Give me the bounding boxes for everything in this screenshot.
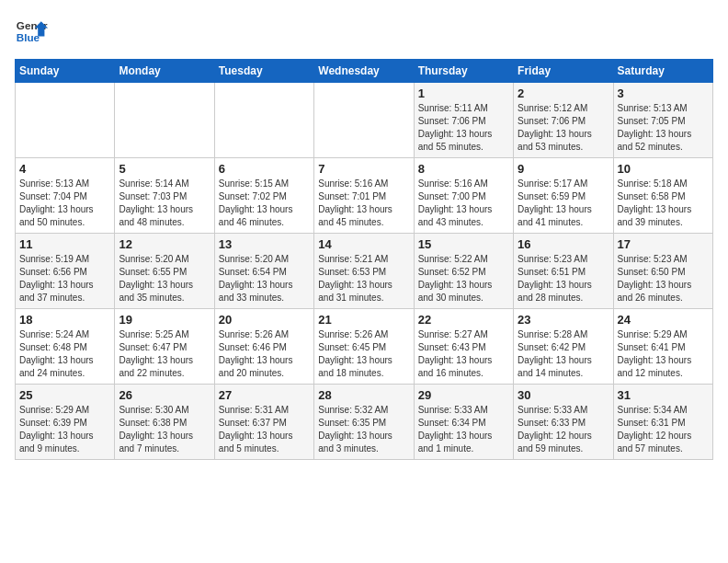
- day-info: Sunrise: 5:19 AM Sunset: 6:56 PM Dayligh…: [19, 253, 110, 304]
- day-info: Sunrise: 5:33 AM Sunset: 6:34 PM Dayligh…: [418, 404, 509, 455]
- calendar-cell: 24Sunrise: 5:29 AM Sunset: 6:41 PM Dayli…: [613, 309, 712, 385]
- page-header: General Blue: [15, 15, 713, 48]
- day-info: Sunrise: 5:17 AM Sunset: 6:59 PM Dayligh…: [518, 178, 609, 229]
- day-info: Sunrise: 5:13 AM Sunset: 7:05 PM Dayligh…: [618, 102, 709, 154]
- day-number: 27: [219, 388, 310, 402]
- calendar-cell: 22Sunrise: 5:27 AM Sunset: 6:43 PM Dayli…: [414, 309, 513, 385]
- day-number: 1: [418, 86, 509, 100]
- day-number: 30: [518, 388, 609, 402]
- calendar-cell: 28Sunrise: 5:32 AM Sunset: 6:35 PM Dayli…: [314, 385, 414, 460]
- calendar-cell: 13Sunrise: 5:20 AM Sunset: 6:54 PM Dayli…: [214, 234, 313, 309]
- day-number: 4: [19, 162, 110, 176]
- day-info: Sunrise: 5:25 AM Sunset: 6:47 PM Dayligh…: [119, 328, 210, 380]
- week-row-5: 25Sunrise: 5:29 AM Sunset: 6:39 PM Dayli…: [16, 385, 713, 460]
- day-info: Sunrise: 5:11 AM Sunset: 7:06 PM Dayligh…: [418, 102, 509, 154]
- calendar-cell: 23Sunrise: 5:28 AM Sunset: 6:42 PM Dayli…: [514, 309, 613, 385]
- calendar-cell: 19Sunrise: 5:25 AM Sunset: 6:47 PM Dayli…: [115, 309, 214, 385]
- weekday-header-tuesday: Tuesday: [214, 60, 313, 83]
- day-info: Sunrise: 5:14 AM Sunset: 7:03 PM Dayligh…: [119, 178, 210, 229]
- day-number: 3: [618, 86, 709, 100]
- calendar-cell: 31Sunrise: 5:34 AM Sunset: 6:31 PM Dayli…: [613, 385, 712, 460]
- day-info: Sunrise: 5:16 AM Sunset: 7:00 PM Dayligh…: [418, 178, 509, 229]
- weekday-header-thursday: Thursday: [414, 60, 513, 83]
- day-number: 6: [219, 162, 310, 176]
- logo-icon: General Blue: [15, 15, 48, 48]
- calendar-cell: 21Sunrise: 5:26 AM Sunset: 6:45 PM Dayli…: [314, 309, 414, 385]
- week-row-4: 18Sunrise: 5:24 AM Sunset: 6:48 PM Dayli…: [16, 309, 713, 385]
- calendar-cell: 9Sunrise: 5:17 AM Sunset: 6:59 PM Daylig…: [514, 158, 613, 234]
- day-number: 12: [119, 237, 210, 251]
- day-info: Sunrise: 5:22 AM Sunset: 6:52 PM Dayligh…: [418, 253, 509, 304]
- calendar-cell: [214, 83, 313, 158]
- logo: General Blue: [15, 15, 48, 48]
- day-number: 22: [418, 313, 509, 327]
- day-number: 19: [119, 313, 210, 327]
- weekday-header-monday: Monday: [115, 60, 214, 83]
- calendar-cell: 25Sunrise: 5:29 AM Sunset: 6:39 PM Dayli…: [16, 385, 115, 460]
- day-info: Sunrise: 5:15 AM Sunset: 7:02 PM Dayligh…: [219, 178, 310, 229]
- calendar-cell: 2Sunrise: 5:12 AM Sunset: 7:06 PM Daylig…: [514, 83, 613, 158]
- calendar-cell: 20Sunrise: 5:26 AM Sunset: 6:46 PM Dayli…: [214, 309, 313, 385]
- day-number: 25: [19, 388, 110, 402]
- calendar-cell: 11Sunrise: 5:19 AM Sunset: 6:56 PM Dayli…: [16, 234, 115, 309]
- day-number: 2: [518, 86, 609, 100]
- day-number: 9: [518, 162, 609, 176]
- weekday-header-friday: Friday: [514, 60, 613, 83]
- calendar-cell: 8Sunrise: 5:16 AM Sunset: 7:00 PM Daylig…: [414, 158, 513, 234]
- day-number: 13: [219, 237, 310, 251]
- day-info: Sunrise: 5:18 AM Sunset: 6:58 PM Dayligh…: [618, 178, 709, 229]
- calendar-cell: 18Sunrise: 5:24 AM Sunset: 6:48 PM Dayli…: [16, 309, 115, 385]
- calendar-cell: [115, 83, 214, 158]
- day-info: Sunrise: 5:23 AM Sunset: 6:51 PM Dayligh…: [518, 253, 609, 304]
- day-info: Sunrise: 5:34 AM Sunset: 6:31 PM Dayligh…: [618, 404, 709, 455]
- day-info: Sunrise: 5:30 AM Sunset: 6:38 PM Dayligh…: [119, 404, 210, 455]
- day-info: Sunrise: 5:26 AM Sunset: 6:46 PM Dayligh…: [219, 328, 310, 380]
- day-info: Sunrise: 5:21 AM Sunset: 6:53 PM Dayligh…: [318, 253, 409, 304]
- day-number: 17: [618, 237, 709, 251]
- calendar-cell: 10Sunrise: 5:18 AM Sunset: 6:58 PM Dayli…: [613, 158, 712, 234]
- day-info: Sunrise: 5:27 AM Sunset: 6:43 PM Dayligh…: [418, 328, 509, 380]
- calendar-cell: [16, 83, 115, 158]
- day-info: Sunrise: 5:13 AM Sunset: 7:04 PM Dayligh…: [19, 178, 110, 229]
- calendar-cell: 30Sunrise: 5:33 AM Sunset: 6:33 PM Dayli…: [514, 385, 613, 460]
- calendar-cell: [314, 83, 414, 158]
- calendar-cell: 29Sunrise: 5:33 AM Sunset: 6:34 PM Dayli…: [414, 385, 513, 460]
- day-number: 23: [518, 313, 609, 327]
- calendar-cell: 4Sunrise: 5:13 AM Sunset: 7:04 PM Daylig…: [16, 158, 115, 234]
- day-number: 7: [318, 162, 409, 176]
- day-number: 26: [119, 388, 210, 402]
- day-info: Sunrise: 5:29 AM Sunset: 6:41 PM Dayligh…: [618, 328, 709, 380]
- weekday-header-wednesday: Wednesday: [314, 60, 414, 83]
- calendar-cell: 5Sunrise: 5:14 AM Sunset: 7:03 PM Daylig…: [115, 158, 214, 234]
- svg-text:Blue: Blue: [17, 31, 40, 43]
- day-info: Sunrise: 5:20 AM Sunset: 6:55 PM Dayligh…: [119, 253, 210, 304]
- calendar-cell: 1Sunrise: 5:11 AM Sunset: 7:06 PM Daylig…: [414, 83, 513, 158]
- day-number: 15: [418, 237, 509, 251]
- day-info: Sunrise: 5:12 AM Sunset: 7:06 PM Dayligh…: [518, 102, 609, 154]
- calendar-cell: 14Sunrise: 5:21 AM Sunset: 6:53 PM Dayli…: [314, 234, 414, 309]
- week-row-1: 1Sunrise: 5:11 AM Sunset: 7:06 PM Daylig…: [16, 83, 713, 158]
- day-number: 24: [618, 313, 709, 327]
- day-number: 8: [418, 162, 509, 176]
- calendar-cell: 6Sunrise: 5:15 AM Sunset: 7:02 PM Daylig…: [214, 158, 313, 234]
- day-info: Sunrise: 5:33 AM Sunset: 6:33 PM Dayligh…: [518, 404, 609, 455]
- day-info: Sunrise: 5:28 AM Sunset: 6:42 PM Dayligh…: [518, 328, 609, 380]
- day-number: 14: [318, 237, 409, 251]
- weekday-header-row: SundayMondayTuesdayWednesdayThursdayFrid…: [16, 60, 713, 83]
- day-number: 20: [219, 313, 310, 327]
- day-number: 5: [119, 162, 210, 176]
- day-info: Sunrise: 5:23 AM Sunset: 6:50 PM Dayligh…: [618, 253, 709, 304]
- week-row-2: 4Sunrise: 5:13 AM Sunset: 7:04 PM Daylig…: [16, 158, 713, 234]
- day-info: Sunrise: 5:31 AM Sunset: 6:37 PM Dayligh…: [219, 404, 310, 455]
- calendar-cell: 15Sunrise: 5:22 AM Sunset: 6:52 PM Dayli…: [414, 234, 513, 309]
- weekday-header-sunday: Sunday: [16, 60, 115, 83]
- day-info: Sunrise: 5:29 AM Sunset: 6:39 PM Dayligh…: [19, 404, 110, 455]
- day-info: Sunrise: 5:26 AM Sunset: 6:45 PM Dayligh…: [318, 328, 409, 380]
- day-number: 31: [618, 388, 709, 402]
- day-number: 21: [318, 313, 409, 327]
- calendar-cell: 16Sunrise: 5:23 AM Sunset: 6:51 PM Dayli…: [514, 234, 613, 309]
- calendar-cell: 27Sunrise: 5:31 AM Sunset: 6:37 PM Dayli…: [214, 385, 313, 460]
- day-info: Sunrise: 5:24 AM Sunset: 6:48 PM Dayligh…: [19, 328, 110, 380]
- calendar-cell: 7Sunrise: 5:16 AM Sunset: 7:01 PM Daylig…: [314, 158, 414, 234]
- week-row-3: 11Sunrise: 5:19 AM Sunset: 6:56 PM Dayli…: [16, 234, 713, 309]
